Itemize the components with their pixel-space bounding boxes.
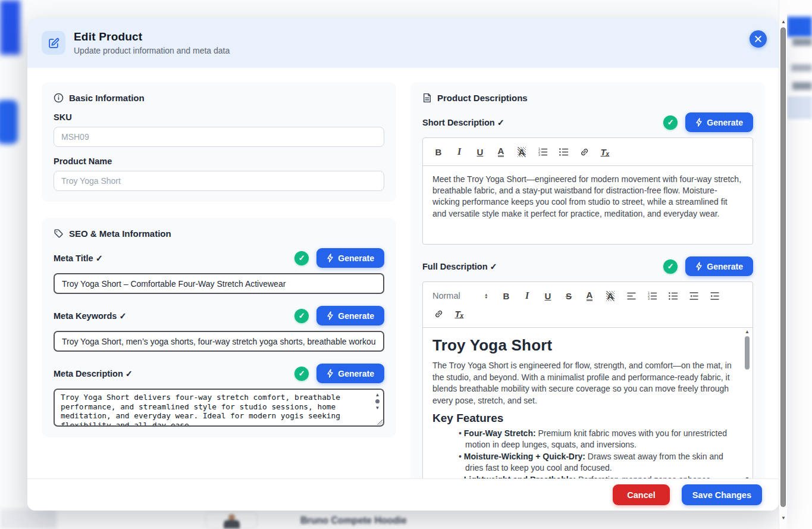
meta-keywords-label: Meta Keywords ✓	[54, 311, 127, 321]
color-icon[interactable]	[495, 146, 507, 158]
ordered-list-icon[interactable]: 123	[537, 146, 548, 158]
short-description-row: Short Description ✓ ✓ Generate	[422, 112, 753, 132]
background-block	[0, 509, 57, 529]
lightning-icon	[695, 262, 703, 271]
check-icon: ✓	[294, 251, 309, 265]
full-description-intro: The Troy Yoga Short is engineered for fl…	[432, 360, 736, 406]
save-changes-button[interactable]: Save Changes	[682, 484, 762, 505]
meta-description-textarea[interactable]: Troy Yoga Short delivers four-way stretc…	[55, 390, 383, 425]
format-select-value: Normal	[432, 291, 460, 301]
generate-full-description-button[interactable]: Generate	[685, 256, 753, 276]
full-description-content[interactable]: Troy Yoga Short The Troy Yoga Short is e…	[423, 328, 753, 478]
meta-description-row: Meta Description ✓ ✓ Generate	[54, 364, 384, 383]
updown-arrows-icon: ▴▾	[485, 293, 487, 299]
modal-title: Edit Product	[74, 30, 230, 43]
clean-icon[interactable]	[453, 308, 465, 320]
close-button[interactable]	[750, 30, 767, 48]
bullet-list-icon[interactable]	[667, 290, 679, 302]
feature-item: Moisture-Wicking + Quick-Dry: Draws swea…	[459, 451, 736, 474]
background-header-bar	[787, 17, 812, 37]
background-sidebar-block	[0, 0, 20, 55]
feature-item: Four-Way Stretch: Premium knit fabric mo…	[459, 428, 736, 450]
strike-icon[interactable]	[563, 290, 575, 302]
short-description-editor: 123 Meet the Troy Yoga Short—engineered …	[422, 137, 753, 245]
product-descriptions-heading: Product Descriptions	[422, 93, 753, 103]
link-icon[interactable]	[432, 308, 444, 320]
full-description-row: Full Description ✓ ✓ Generate	[422, 256, 753, 276]
svg-text:3: 3	[648, 297, 650, 301]
background-icon[interactable]	[516, 146, 528, 158]
lightning-icon	[327, 253, 334, 262]
meta-title-label: Meta Title ✓	[54, 253, 103, 263]
background-product-thumbnail	[205, 512, 258, 529]
color-icon[interactable]	[584, 290, 595, 302]
generate-short-description-button[interactable]: Generate	[685, 112, 753, 132]
scrollbar-thumb[interactable]	[780, 27, 786, 507]
modal-subtitle: Update product information and meta data	[74, 46, 230, 55]
full-description-h1: Troy Yoga Short	[432, 336, 736, 355]
page-scrollbar[interactable]: ▲ ▼	[779, 0, 787, 529]
format-select[interactable]: Normal ▴▾	[432, 291, 487, 301]
short-description-content[interactable]: Meet the Troy Yoga Short—engineered for …	[423, 166, 753, 244]
bold-icon[interactable]	[500, 290, 512, 302]
check-icon: ✓	[663, 259, 678, 274]
italic-icon[interactable]	[521, 290, 533, 302]
full-description-label: Full Description ✓	[422, 262, 497, 271]
cancel-button[interactable]: Cancel	[613, 484, 670, 505]
document-icon	[422, 93, 432, 103]
underline-icon[interactable]	[542, 290, 554, 302]
meta-description-field: Troy Yoga Short delivers four-way stretc…	[54, 389, 384, 427]
check-icon: ✓	[663, 115, 678, 130]
lightning-icon	[695, 118, 703, 127]
product-descriptions-card: Product Descriptions Short Description ✓…	[410, 82, 765, 478]
seo-meta-card: SEO & Meta Information Meta Title ✓ ✓ Ge…	[42, 218, 396, 437]
tag-icon	[54, 228, 64, 239]
svg-text:3: 3	[538, 153, 540, 156]
modal-title-group: Edit Product Update product information …	[74, 30, 230, 55]
scrollbar-up-arrow[interactable]: ▲	[745, 329, 750, 335]
background-bar	[792, 38, 812, 46]
background-icon[interactable]	[604, 290, 616, 302]
check-icon: ✓	[294, 367, 309, 381]
full-description-toolbar: Normal ▴▾ 123	[423, 282, 753, 328]
generate-meta-description-button[interactable]: Generate	[316, 364, 384, 383]
modal-header: Edit Product Update product information …	[27, 18, 779, 68]
full-description-editor: Normal ▴▾ 123 Troy Yoga Short The Troy Y…	[422, 281, 753, 478]
generate-meta-title-button[interactable]: Generate	[316, 248, 384, 268]
bold-icon[interactable]	[432, 146, 444, 158]
background-show-text	[791, 64, 812, 71]
underline-icon[interactable]	[474, 146, 486, 158]
outdent-icon[interactable]	[688, 290, 700, 302]
background-bar	[792, 82, 812, 90]
ordered-list-icon[interactable]: 123	[646, 290, 658, 302]
scrollbar-down-arrow[interactable]: ▼	[745, 476, 750, 478]
basic-information-heading: Basic Information	[54, 93, 384, 103]
editor-scrollbar[interactable]: ▲ ▼	[743, 329, 751, 478]
generate-meta-keywords-button[interactable]: Generate	[316, 306, 384, 325]
meta-description-label: Meta Description ✓	[54, 369, 133, 378]
scrollbar-thumb[interactable]	[745, 336, 750, 370]
link-icon[interactable]	[578, 146, 590, 158]
edit-product-modal: Edit Product Update product information …	[27, 18, 779, 511]
product-name-label: Product Name	[54, 156, 384, 166]
scrollbar-down-arrow[interactable]: ▼	[779, 515, 788, 521]
italic-icon[interactable]	[453, 146, 465, 158]
product-name-input[interactable]	[54, 171, 384, 191]
edit-pencil-icon	[42, 31, 65, 55]
align-icon[interactable]	[625, 290, 637, 302]
meta-keywords-input[interactable]	[54, 331, 384, 352]
basic-information-card: Basic Information SKU Product Name	[42, 82, 396, 202]
bullet-list-icon[interactable]	[557, 146, 569, 158]
short-description-label: Short Description ✓	[422, 118, 504, 127]
indent-icon[interactable]	[708, 290, 720, 302]
key-features-list: Four-Way Stretch: Premium knit fabric mo…	[432, 428, 736, 478]
meta-title-input[interactable]	[54, 273, 384, 294]
meta-title-row: Meta Title ✓ ✓ Generate	[54, 248, 384, 268]
feature-item: Lightweight and Breathable: Perforation-…	[459, 474, 736, 478]
clean-icon[interactable]	[599, 146, 611, 158]
resize-grip-icon[interactable]	[377, 419, 383, 425]
sku-label: SKU	[54, 112, 384, 122]
modal-body: Basic Information SKU Product Name SEO &…	[27, 68, 779, 478]
sku-input[interactable]	[54, 127, 384, 147]
scrollbar-up-arrow[interactable]: ▲	[779, 19, 788, 24]
